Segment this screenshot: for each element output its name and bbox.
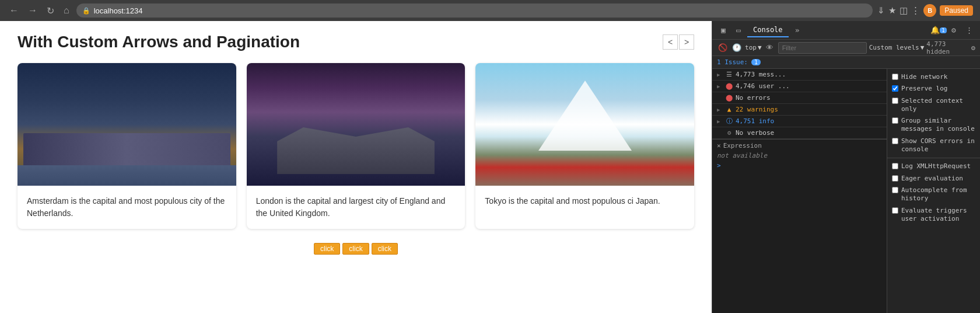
hide-network-checkbox[interactable] bbox=[892, 74, 898, 80]
settings-item-autocomplete[interactable]: Autocomplete from history bbox=[887, 185, 980, 205]
expression-close-icon[interactable]: ✕ bbox=[717, 142, 721, 149]
download-icon[interactable]: ⇓ bbox=[877, 5, 885, 16]
settings-item-show-cors[interactable]: Show CORS errors in console bbox=[887, 135, 980, 156]
device-toolbar-icon[interactable]: ▭ bbox=[732, 24, 745, 37]
console-messages: ▶ ☰ 4,773 mess... ▶ ⬤ 4,746 user ... ⬤ N… bbox=[712, 69, 887, 313]
expression-value-row: not available bbox=[717, 152, 882, 159]
hidden-count: 4,773 hidden bbox=[926, 40, 968, 55]
console-msg-info[interactable]: ▶ ⓘ 4,751 info bbox=[712, 116, 887, 127]
london-image bbox=[247, 63, 466, 186]
settings-item-log-xml[interactable]: Log XMLHttpRequest bbox=[887, 161, 980, 172]
eager-eval-label: Eager evaluation bbox=[901, 175, 963, 183]
prompt-arrow-icon: > bbox=[717, 162, 721, 169]
home-button[interactable]: ⌂ bbox=[61, 4, 72, 17]
filter-input[interactable] bbox=[778, 42, 867, 54]
evaluate-triggers-checkbox[interactable] bbox=[892, 207, 898, 214]
expression-label: Expression bbox=[723, 142, 762, 149]
inspect-element-icon[interactable]: ▣ bbox=[717, 24, 730, 37]
show-cors-label: Show CORS errors in console bbox=[901, 137, 975, 154]
url-text: localhost:1234 bbox=[94, 6, 143, 15]
reload-button[interactable]: ↻ bbox=[44, 4, 57, 18]
show-cors-checkbox[interactable] bbox=[892, 138, 898, 144]
pagination-btn-3[interactable]: click bbox=[372, 243, 398, 255]
selected-context-label: Selected context only bbox=[901, 97, 975, 114]
custom-levels-button[interactable]: Custom levels ▼ bbox=[869, 44, 925, 51]
expand-icon-4: ▶ bbox=[717, 107, 723, 113]
msg-text-user: 4,746 user ... bbox=[736, 82, 882, 90]
browser-chrome: ← → ↻ ⌂ 🔒 localhost:1234 ⇓ ★ ◫ ⋮ B Pause… bbox=[0, 0, 980, 21]
settings-panel: Hide network Preserve log Selected conte… bbox=[887, 69, 980, 313]
back-button[interactable]: ← bbox=[7, 4, 21, 17]
autocomplete-label: Autocomplete from history bbox=[901, 186, 975, 203]
console-msg-warnings[interactable]: ▶ ▲ 22 warnings bbox=[712, 104, 887, 116]
hide-network-label: Hide network bbox=[901, 73, 947, 81]
tokyo-description: Tokyo is the capital and most populous c… bbox=[475, 186, 694, 217]
clear-console-icon[interactable]: 🚫 bbox=[717, 41, 729, 54]
settings-item-preserve-log[interactable]: Preserve log bbox=[887, 83, 980, 95]
settings-item-group-similar[interactable]: Group similar messages in console bbox=[887, 115, 980, 135]
expression-row: ✕ Expression bbox=[717, 142, 882, 149]
browser-actions: ⇓ ★ ◫ ⋮ B Paused bbox=[877, 4, 973, 17]
custom-levels-chevron-icon: ▼ bbox=[921, 44, 925, 51]
settings-gear-icon[interactable]: ⚙ bbox=[971, 44, 975, 52]
console-msg-user[interactable]: ▶ ⬤ 4,746 user ... bbox=[712, 81, 887, 92]
prev-arrow-button[interactable]: < bbox=[663, 34, 678, 50]
console-msg-errors[interactable]: ⬤ No errors bbox=[712, 92, 887, 104]
group-similar-checkbox[interactable] bbox=[892, 117, 898, 124]
custom-levels-label: Custom levels bbox=[869, 44, 919, 51]
msg-icon-warnings: ▲ bbox=[725, 106, 733, 113]
msg-text-verbose: No verbose bbox=[736, 129, 882, 137]
settings-item-selected-context[interactable]: Selected context only bbox=[887, 95, 980, 116]
console-msg-verbose[interactable]: ⚙ No verbose bbox=[712, 127, 887, 139]
tab-console[interactable]: Console bbox=[747, 23, 789, 37]
issues-badge: 1 bbox=[751, 59, 761, 65]
settings-item-eager-eval[interactable]: Eager evaluation bbox=[887, 173, 980, 185]
expand-icon: ▶ bbox=[717, 72, 723, 78]
log-xml-checkbox[interactable] bbox=[892, 163, 898, 169]
msg-icon-verbose: ⚙ bbox=[725, 129, 733, 137]
msg-text-info: 4,751 info bbox=[736, 117, 882, 125]
evaluate-triggers-label: Evaluate triggers user activation bbox=[901, 207, 975, 224]
pagination-btn-2[interactable]: click bbox=[342, 243, 369, 255]
console-msg-messages[interactable]: ▶ ☰ 4,773 mess... bbox=[712, 69, 887, 81]
notification-icon[interactable]: 🔔 1 bbox=[932, 24, 945, 37]
show-timestamps-icon[interactable]: 🕐 bbox=[731, 41, 743, 54]
log-xml-label: Log XMLHttpRequest bbox=[901, 162, 971, 171]
settings-icon[interactable]: ⚙ bbox=[947, 24, 960, 37]
next-arrow-button[interactable]: > bbox=[679, 34, 694, 50]
amsterdam-description: Amsterdam is the capital and most populo… bbox=[18, 186, 236, 229]
settings-item-hide-network[interactable]: Hide network bbox=[887, 71, 980, 83]
eye-icon[interactable]: 👁 bbox=[764, 41, 776, 54]
autocomplete-checkbox[interactable] bbox=[892, 187, 898, 193]
amsterdam-image bbox=[18, 63, 236, 186]
issues-bar: 1 Issue: 1 bbox=[712, 56, 980, 69]
card-amsterdam: Amsterdam is the capital and most populo… bbox=[18, 63, 236, 229]
preserve-log-checkbox[interactable] bbox=[892, 85, 898, 92]
page-title: With Custom Arrows and Pagination bbox=[18, 33, 300, 51]
pagination-btn-1[interactable]: click bbox=[314, 243, 340, 255]
card-london: London is the capital and largest city o… bbox=[247, 63, 466, 229]
expand-icon-5: ▶ bbox=[717, 119, 723, 124]
selected-context-checkbox[interactable] bbox=[892, 98, 898, 104]
devtools-panel: ▣ ▭ Console » 🔔 1 ⚙ ⋮ 🚫 🕐 top ▼ 👁 Custom… bbox=[712, 21, 980, 313]
devtools-body: ▶ ☰ 4,773 mess... ▶ ⬤ 4,746 user ... ⬤ N… bbox=[712, 69, 980, 313]
menu-icon[interactable]: ⋮ bbox=[911, 5, 920, 16]
forward-button[interactable]: → bbox=[26, 4, 40, 17]
context-selector[interactable]: top ▼ bbox=[745, 44, 762, 51]
paused-button[interactable]: Paused bbox=[940, 5, 973, 16]
expand-icon-2: ▶ bbox=[717, 84, 723, 89]
profile-button[interactable]: B bbox=[923, 4, 936, 17]
issues-label[interactable]: 1 Issue: bbox=[717, 58, 748, 66]
bookmark-icon[interactable]: ★ bbox=[888, 5, 896, 16]
msg-text-warnings: 22 warnings bbox=[736, 106, 882, 113]
extensions-icon[interactable]: ◫ bbox=[900, 5, 908, 16]
more-tabs-icon[interactable]: » bbox=[791, 24, 804, 37]
group-similar-label: Group similar messages in console bbox=[901, 117, 975, 134]
settings-item-evaluate-triggers[interactable]: Evaluate triggers user activation bbox=[887, 205, 980, 225]
webpage: With Custom Arrows and Pagination < > Am… bbox=[0, 21, 712, 313]
msg-icon-user: ⬤ bbox=[725, 82, 733, 90]
more-options-icon[interactable]: ⋮ bbox=[963, 24, 975, 37]
eager-eval-checkbox[interactable] bbox=[892, 175, 898, 182]
context-chevron-icon: ▼ bbox=[758, 44, 762, 51]
address-bar[interactable]: 🔒 localhost:1234 bbox=[76, 4, 873, 18]
